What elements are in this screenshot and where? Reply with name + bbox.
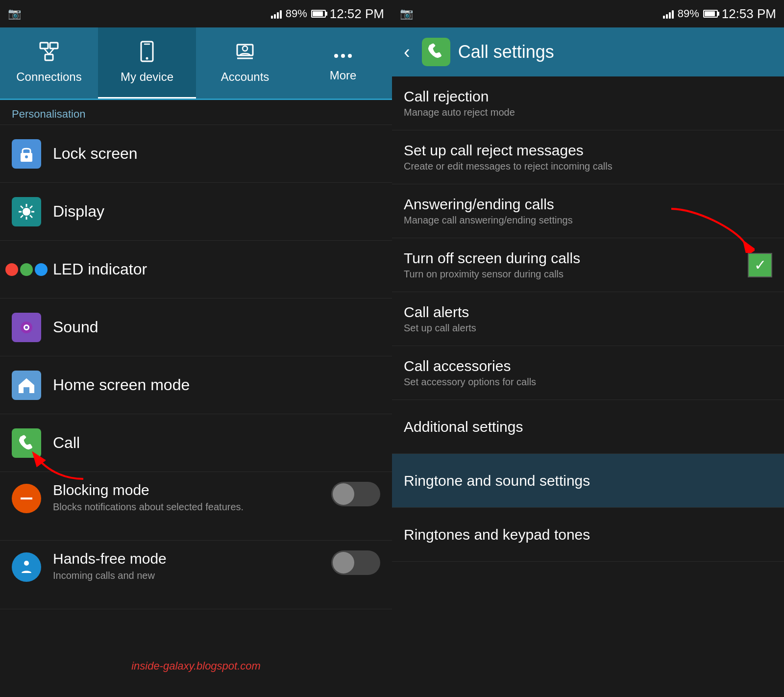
connections-label: Connections [16,70,81,84]
settings-call-rejection[interactable]: Call rejection Manage auto reject mode [392,76,784,130]
svg-point-28 [25,326,28,329]
settings-turn-off-screen[interactable]: Turn off screen during calls Turn on pro… [392,238,784,292]
my-device-label: My device [121,70,173,84]
ringtone-sound-title: Ringtone and sound settings [404,473,772,489]
answering-ending-title: Answering/ending calls [404,196,772,213]
svg-marker-31 [19,378,34,385]
settings-call-accessories[interactable]: Call accessories Set accessory options f… [392,346,784,400]
hands-free-text: Hands-free mode Incoming calls and new [53,550,319,582]
battery-icon-left [311,10,326,18]
hands-free-subtitle: Incoming calls and new [53,569,319,582]
svg-point-36 [24,561,29,566]
ringtone-sound-text: Ringtone and sound settings [404,473,772,489]
settings-tabs: Connections My device Accou [0,27,392,100]
tab-my-device[interactable]: My device [98,27,196,99]
tab-more[interactable]: More [294,27,392,99]
menu-item-lock-screen[interactable]: Lock screen [0,125,392,183]
blocking-toggle[interactable] [331,482,380,506]
svg-point-11 [334,54,338,58]
call-reject-messages-text: Set up call reject messages Create or ed… [404,142,772,172]
display-title: Display [53,202,380,221]
sound-title: Sound [53,318,380,336]
more-icon [332,42,354,66]
settings-call-alerts[interactable]: Call alerts Set up call alerts [392,292,784,346]
lock-screen-icon [12,139,41,169]
menu-item-call[interactable]: Call [0,414,392,472]
home-title: Home screen mode [53,376,380,394]
call-rejection-title: Call rejection [404,88,772,105]
right-status-right: 89% 12:53 PM [663,6,776,22]
menu-item-display[interactable]: Display [0,183,392,241]
accounts-icon [234,41,256,67]
display-text: Display [53,202,380,221]
back-button[interactable]: ‹ [400,38,414,67]
turn-off-screen-subtitle: Turn on proximity sensor during calls [404,269,748,280]
more-label: More [330,69,357,82]
svg-point-6 [146,57,148,60]
section-personalisation: Personalisation [0,100,392,125]
turn-off-screen-text: Turn off screen during calls Turn on pro… [404,250,748,280]
right-panel: 📷 89% 12:53 PM ‹ Call settings [392,0,784,697]
answering-ending-subtitle: Manage call answering/ending settings [404,215,772,226]
lock-screen-text: Lock screen [53,145,380,163]
svg-point-15 [25,155,28,158]
settings-call-reject-messages[interactable]: Set up call reject messages Create or ed… [392,130,784,184]
blocking-icon [12,484,41,513]
svg-rect-1 [50,43,58,49]
led-text: LED indicator [53,260,380,278]
time-right: 12:53 PM [722,6,776,22]
answering-ending-text: Answering/ending calls Manage call answe… [404,196,772,226]
svg-line-4 [49,49,54,54]
menu-item-sound[interactable]: Sound [0,299,392,356]
call-alerts-text: Call alerts Set up call alerts [404,304,772,334]
blocking-subtitle: Blocks notifications about selected feat… [53,500,319,513]
menu-item-home[interactable]: Home screen mode [0,356,392,414]
call-accessories-text: Call accessories Set accessory options f… [404,358,772,388]
battery-percent-right: 89% [678,7,699,20]
sound-icon [12,313,41,342]
display-icon [12,197,41,226]
settings-additional[interactable]: Additional settings [392,400,784,454]
right-status-left: 📷 [400,7,413,20]
battery-icon-right [703,10,718,18]
battery-percent-left: 89% [286,7,307,20]
svg-point-13 [348,54,352,58]
call-reject-messages-subtitle: Create or edit messages to reject incomi… [404,161,772,172]
checkbox-check-icon: ✓ [754,256,766,274]
left-menu-list: Lock screen Display [0,125,392,697]
led-icon [12,255,41,284]
call-title: Call [53,434,380,452]
settings-ringtones-keypad[interactable]: Ringtones and keypad tones [392,508,784,562]
watermark: inside-galaxy.blogspot.com [131,660,261,672]
blocking-title: Blocking mode [53,482,319,498]
screenshot-icon: 📷 [8,7,21,20]
svg-point-16 [23,208,30,216]
svg-rect-30 [24,387,29,393]
hands-free-toggle[interactable] [331,550,380,575]
right-status-bar: 📷 89% 12:53 PM [392,0,784,27]
svg-point-10 [243,46,247,51]
svg-line-21 [21,206,23,208]
turn-off-screen-checkbox[interactable]: ✓ [748,253,772,277]
time-left: 12:52 PM [330,6,384,22]
menu-item-led[interactable]: LED indicator [0,241,392,299]
call-alerts-title: Call alerts [404,304,772,321]
lock-screen-title: Lock screen [53,145,380,163]
home-text: Home screen mode [53,376,380,394]
settings-ringtone-sound[interactable]: Ringtone and sound settings [392,454,784,508]
hands-free-icon [12,552,41,582]
tab-connections[interactable]: Connections [0,27,98,99]
settings-answering-ending[interactable]: Answering/ending calls Manage call answe… [392,184,784,238]
tab-accounts[interactable]: Accounts [196,27,294,99]
my-device-icon [136,41,158,67]
ringtones-keypad-title: Ringtones and keypad tones [404,526,772,543]
menu-item-hands-free[interactable]: Hands-free mode Incoming calls and new [0,541,392,609]
left-panel: 📷 89% 12:52 PM [0,0,392,697]
svg-line-24 [21,215,23,218]
ringtones-keypad-text: Ringtones and keypad tones [404,526,772,543]
call-alerts-subtitle: Set up call alerts [404,323,772,334]
menu-item-blocking[interactable]: Blocking mode Blocks notifications about… [0,472,392,541]
hands-free-title: Hands-free mode [53,550,319,567]
accounts-label: Accounts [221,70,270,84]
home-icon [12,371,41,400]
